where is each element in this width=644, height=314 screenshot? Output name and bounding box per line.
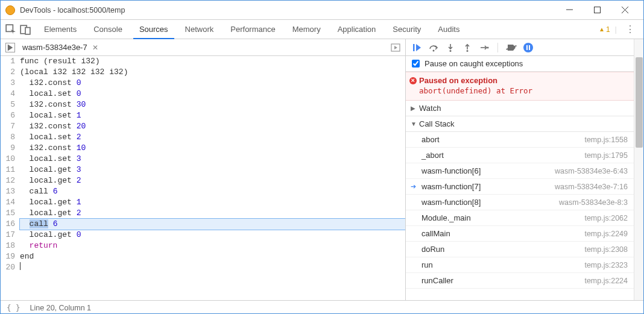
code-line[interactable]: 10 local.set 3 [1, 154, 405, 165]
line-number[interactable]: 13 [1, 186, 20, 197]
tab-security[interactable]: Security [387, 20, 427, 39]
code-line[interactable]: 11 local.get 3 [1, 165, 405, 175]
code-content[interactable]: call 6 [20, 186, 405, 197]
code-content[interactable]: local.get 1 [20, 197, 405, 208]
line-number[interactable]: 12 [1, 175, 20, 186]
warnings-badge[interactable]: 1 [599, 25, 610, 34]
code-line[interactable]: 2(local i32 i32 i32 i32) [1, 67, 405, 78]
step-button[interactable] [479, 43, 489, 52]
step-out-button[interactable] [462, 43, 472, 52]
line-number[interactable]: 11 [1, 165, 20, 175]
code-content[interactable]: local.set 1 [20, 110, 405, 121]
code-content[interactable]: return [20, 240, 405, 251]
callstack-frame[interactable]: doRuntemp.js:2308 [406, 242, 634, 257]
code-content[interactable]: local.get 2 [20, 208, 405, 219]
file-tab[interactable]: wasm-53834e3e-7 ✕ [22, 43, 98, 52]
code-content[interactable]: local.get 3 [20, 165, 405, 175]
line-number[interactable]: 1 [1, 56, 20, 67]
code-line[interactable]: 1func (result i32) [1, 56, 405, 67]
code-content[interactable]: (local i32 i32 i32 i32) [20, 67, 405, 78]
pause-on-exceptions-button[interactable] [523, 43, 533, 52]
code-content[interactable]: i32.const 0 [20, 78, 405, 89]
code-content[interactable]: end [20, 251, 405, 262]
code-line[interactable]: 7 i32.const 20 [1, 121, 405, 132]
code-content[interactable]: func (result i32) [20, 56, 405, 67]
code-line[interactable]: 14 local.get 1 [1, 197, 405, 208]
code-content[interactable]: i32.const 20 [20, 121, 405, 132]
code-line[interactable]: 6 local.set 1 [1, 110, 405, 121]
callstack-panel-header[interactable]: ▼ Call Stack [406, 116, 634, 132]
tab-network[interactable]: Network [179, 20, 220, 39]
window-close-button[interactable] [611, 1, 639, 20]
window-maximize-button[interactable] [583, 1, 611, 20]
code-line[interactable]: 13 call 6 [1, 186, 405, 197]
line-number[interactable]: 15 [1, 208, 20, 219]
code-content[interactable]: local.set 0 [20, 89, 405, 99]
tab-audits[interactable]: Audits [432, 20, 466, 39]
code-line[interactable]: 15 local.get 2 [1, 208, 405, 219]
code-line[interactable]: 9 i32.const 10 [1, 143, 405, 154]
tab-memory[interactable]: Memory [286, 20, 327, 39]
navigator-toggle-icon[interactable] [5, 43, 15, 52]
tab-sources[interactable]: Sources [133, 20, 174, 39]
line-number[interactable]: 20 [1, 262, 20, 274]
callstack-frame[interactable]: wasm-function[7]wasm-53834e3e-7:16 [406, 179, 634, 195]
code-line[interactable]: 8 local.set 2 [1, 132, 405, 143]
code-line[interactable]: 5 i32.const 30 [1, 99, 405, 110]
line-number[interactable]: 8 [1, 132, 20, 143]
right-pane-scrollbar[interactable] [634, 39, 643, 300]
line-number[interactable]: 5 [1, 99, 20, 110]
tab-performance[interactable]: Performance [224, 20, 281, 39]
step-over-button[interactable] [429, 43, 438, 52]
callstack-frame[interactable]: wasm-function[6]wasm-53834e3e-6:43 [406, 163, 634, 179]
line-number[interactable]: 18 [1, 240, 20, 251]
callstack-frame[interactable]: runtemp.js:2323 [406, 257, 634, 273]
resume-panel-icon[interactable] [391, 43, 400, 52]
line-number[interactable]: 16 [1, 219, 20, 230]
line-number[interactable]: 19 [1, 251, 20, 262]
device-toolbar-icon[interactable] [20, 24, 31, 35]
close-icon[interactable]: ✕ [92, 43, 98, 52]
pretty-print-icon[interactable]: { } [7, 303, 21, 312]
code-content[interactable]: local.get 2 [20, 175, 405, 186]
code-line[interactable]: 19end [1, 251, 405, 262]
code-content[interactable]: local.get 0 [20, 230, 405, 240]
tab-application[interactable]: Application [332, 20, 382, 39]
step-into-button[interactable] [446, 43, 455, 52]
line-number[interactable]: 4 [1, 89, 20, 99]
callstack-frame[interactable]: wasm-function[8]wasm-53834e3e-8:3 [406, 195, 634, 210]
line-number[interactable]: 10 [1, 154, 20, 165]
deactivate-breakpoints-button[interactable] [507, 43, 516, 52]
watch-panel-header[interactable]: ▶ Watch [406, 101, 634, 116]
code-content[interactable]: i32.const 30 [20, 99, 405, 110]
callstack-frame[interactable]: Module._maintemp.js:2062 [406, 210, 634, 226]
line-number[interactable]: 6 [1, 110, 20, 121]
line-number[interactable]: 9 [1, 143, 20, 154]
code-line[interactable]: 18 return [1, 240, 405, 251]
source-code-editor[interactable]: 1func (result i32)2(local i32 i32 i32 i3… [1, 56, 405, 300]
code-content[interactable] [20, 262, 405, 274]
code-line[interactable]: 4 local.set 0 [1, 89, 405, 99]
settings-menu-icon[interactable]: ⋮ [622, 24, 639, 35]
resume-script-button[interactable] [412, 43, 421, 52]
callstack-frame[interactable]: callMaintemp.js:2249 [406, 226, 634, 242]
callstack-frame[interactable]: _aborttemp.js:1795 [406, 148, 634, 163]
line-number[interactable]: 14 [1, 197, 20, 208]
line-number[interactable]: 17 [1, 230, 20, 240]
code-line[interactable]: 20 [1, 262, 405, 274]
code-line[interactable]: 17 local.get 0 [1, 230, 405, 240]
line-number[interactable]: 2 [1, 67, 20, 78]
code-content[interactable]: call 6 [20, 219, 405, 230]
code-content[interactable]: local.set 2 [20, 132, 405, 143]
callstack-frame[interactable]: runCallertemp.js:2224 [406, 273, 634, 289]
line-number[interactable]: 3 [1, 78, 20, 89]
code-content[interactable]: local.set 3 [20, 154, 405, 165]
code-line[interactable]: 12 local.get 2 [1, 175, 405, 186]
window-minimize-button[interactable] [555, 1, 583, 20]
code-content[interactable]: i32.const 10 [20, 143, 405, 154]
inspect-element-icon[interactable] [5, 24, 16, 35]
code-line[interactable]: 16 call 6 [1, 219, 405, 230]
code-line[interactable]: 3 i32.const 0 [1, 78, 405, 89]
callstack-frame[interactable]: aborttemp.js:1558 [406, 132, 634, 148]
tab-console[interactable]: Console [87, 20, 128, 39]
